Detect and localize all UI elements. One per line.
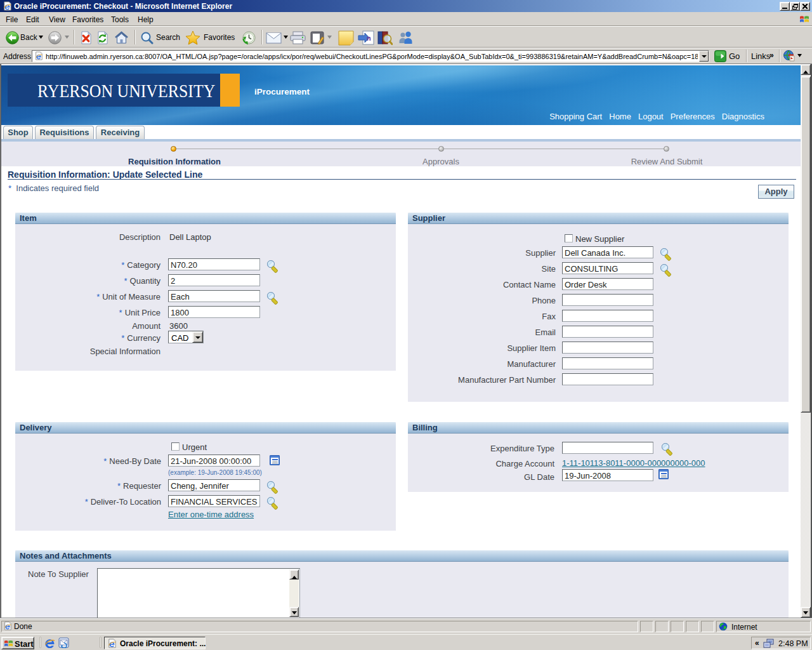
svg-text:n: n — [367, 34, 371, 42]
